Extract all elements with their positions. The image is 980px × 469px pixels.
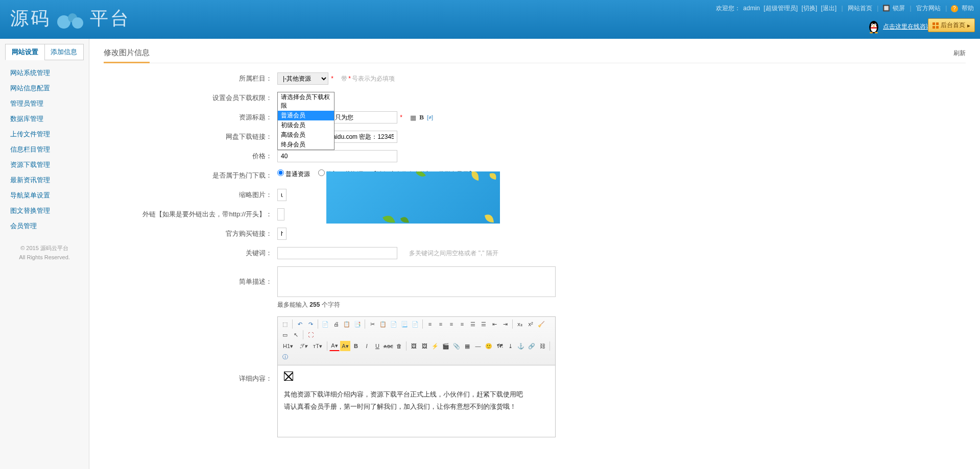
sub-icon[interactable]: x₂ bbox=[515, 319, 525, 329]
source-icon[interactable]: ⬚ bbox=[280, 319, 290, 329]
emoji-icon[interactable]: 🙂 bbox=[484, 341, 494, 351]
italic-icon[interactable]: I bbox=[362, 341, 372, 351]
neq-icon[interactable]: [≠] bbox=[427, 114, 433, 120]
site-home-link[interactable]: 网站首页 bbox=[848, 5, 872, 12]
copy-icon[interactable]: 📋 bbox=[378, 319, 388, 329]
tab-site-settings[interactable]: 网站设置 bbox=[5, 44, 44, 60]
about-icon[interactable]: ⓘ bbox=[280, 352, 290, 362]
code-icon[interactable]: 📑 bbox=[352, 319, 363, 329]
indent-icon[interactable]: ⇤ bbox=[489, 319, 499, 329]
menu-item[interactable]: 信息栏目管理 bbox=[10, 142, 79, 157]
menu-item[interactable]: 导航菜单设置 bbox=[10, 188, 79, 203]
paste-icon[interactable]: 📄 bbox=[389, 319, 399, 329]
category-select[interactable]: |-其他资源 bbox=[277, 72, 328, 85]
desc-textarea[interactable] bbox=[277, 266, 556, 297]
font-size-select[interactable]: тT▾ bbox=[310, 341, 325, 351]
select-icon[interactable]: ▭ bbox=[280, 330, 290, 340]
lock-icon: 🔲 bbox=[882, 5, 890, 12]
font-color-icon[interactable]: A▾ bbox=[329, 341, 340, 351]
clear-icon[interactable]: 🧹 bbox=[536, 319, 546, 329]
page-break-icon[interactable]: ⤓ bbox=[505, 341, 515, 351]
undo-icon[interactable]: ↶ bbox=[295, 319, 305, 329]
menu-item[interactable]: 网站系统管理 bbox=[10, 65, 79, 81]
align-left-icon[interactable]: ≡ bbox=[425, 319, 435, 329]
price-input[interactable] bbox=[277, 150, 397, 162]
hot-normal-radio[interactable]: 普通资源 bbox=[277, 170, 310, 178]
menu-item[interactable]: 会员管理 bbox=[10, 218, 79, 234]
cursor-icon[interactable]: ↖ bbox=[291, 330, 301, 340]
table-icon[interactable]: ▦ bbox=[462, 341, 472, 351]
list-ul-icon[interactable]: ☰ bbox=[479, 319, 489, 329]
preview-icon[interactable]: 📄 bbox=[320, 319, 330, 329]
list-ol-icon[interactable]: ☰ bbox=[468, 319, 478, 329]
price-label: 价格： bbox=[104, 150, 277, 162]
perm-option[interactable]: 高级会员 bbox=[278, 130, 334, 140]
align-center-icon[interactable]: ≡ bbox=[436, 319, 446, 329]
underline-icon[interactable]: U bbox=[372, 341, 383, 351]
lock-link[interactable]: 锁屏 bbox=[893, 5, 905, 12]
rich-text-editor: ⬚ ↶ ↷ 📄 🖨 📋 📑 ✂ 📋 📄 bbox=[277, 316, 556, 437]
menu-item[interactable]: 网站信息配置 bbox=[10, 81, 79, 96]
bold-icon[interactable]: B bbox=[419, 113, 424, 121]
bg-color-icon[interactable]: A▾ bbox=[340, 341, 350, 351]
cut-icon[interactable]: ✂ bbox=[367, 319, 377, 329]
app-header: 源码 平台 欢迎您： admin [超级管理员] [切换] [退出] | 网站首… bbox=[0, 0, 980, 39]
switch-link[interactable]: [切换] bbox=[801, 5, 817, 12]
image-icon[interactable]: 🖼 bbox=[409, 341, 419, 351]
print-icon[interactable]: 🖨 bbox=[331, 319, 341, 329]
outer-input[interactable] bbox=[277, 208, 284, 220]
unlink-icon[interactable]: ⛓ bbox=[537, 341, 547, 351]
menu-item[interactable]: 最新资讯管理 bbox=[10, 172, 79, 188]
menu-item[interactable]: 管理员管理 bbox=[10, 96, 79, 111]
perm-select-open[interactable]: 请选择会员下载权限 普通会员 初级会员 高级会员 终身会员 bbox=[277, 92, 334, 150]
strike-icon[interactable]: ᴀʙᴄ bbox=[383, 341, 393, 351]
thumb-input[interactable] bbox=[277, 189, 286, 201]
align-justify-icon[interactable]: ≡ bbox=[457, 319, 467, 329]
map-icon[interactable]: 🗺 bbox=[494, 341, 505, 351]
menu-item[interactable]: 数据库管理 bbox=[10, 111, 79, 127]
font-family-select[interactable]: ℱ▾ bbox=[297, 341, 310, 351]
align-right-icon[interactable]: ≡ bbox=[446, 319, 457, 329]
bold-icon[interactable]: B bbox=[351, 341, 361, 351]
heading-select[interactable]: H1▾ bbox=[280, 341, 296, 351]
template-icon[interactable]: 📋 bbox=[342, 319, 352, 329]
menu-item[interactable]: 图文替换管理 bbox=[10, 203, 79, 218]
help-link[interactable]: 帮助 bbox=[962, 5, 974, 12]
menu-item[interactable]: 上传文件管理 bbox=[10, 127, 79, 142]
penguin-icon bbox=[868, 19, 880, 34]
redo-icon[interactable]: ↷ bbox=[305, 319, 316, 329]
editor-content[interactable]: 其他资源下载详细介绍内容，资源下载平台正式上线，小伙伴们，赶紧下载使用吧 请认真… bbox=[278, 365, 555, 437]
media-icon[interactable]: 🎬 bbox=[441, 341, 451, 351]
username-link[interactable]: admin bbox=[743, 5, 760, 12]
flash-icon[interactable]: ⚡ bbox=[430, 341, 440, 351]
file-icon[interactable]: 📎 bbox=[451, 341, 462, 351]
multi-image-icon[interactable]: 🖼 bbox=[419, 341, 429, 351]
logout-link[interactable]: [退出] bbox=[821, 5, 836, 12]
keyword-label: 关键词： bbox=[104, 247, 277, 259]
perm-option-highlighted[interactable]: 普通会员 bbox=[278, 111, 334, 120]
hr-icon[interactable]: — bbox=[473, 341, 483, 351]
help-icon: ? bbox=[951, 5, 958, 12]
tab-add-info[interactable]: 添加信息 bbox=[44, 44, 84, 60]
back-home-button[interactable]: 后台首页 ▸ bbox=[928, 18, 975, 32]
buy-input[interactable] bbox=[277, 228, 286, 240]
official-link[interactable]: 官方网站 bbox=[916, 5, 941, 12]
refresh-link[interactable]: 刷新 bbox=[953, 49, 966, 58]
paste-word-icon[interactable]: 📄 bbox=[410, 319, 420, 329]
outdent-icon[interactable]: ⇥ bbox=[500, 319, 510, 329]
palette-icon[interactable]: ▦ bbox=[410, 114, 416, 121]
role-link[interactable]: [超级管理员] bbox=[763, 5, 798, 12]
sup-icon[interactable]: x² bbox=[525, 319, 536, 329]
perm-option[interactable]: 请选择会员下载权限 bbox=[278, 92, 334, 111]
paste-text-icon[interactable]: 📃 bbox=[399, 319, 410, 329]
anchor-icon[interactable]: ⚓ bbox=[516, 341, 526, 351]
link-icon[interactable]: 🔗 bbox=[527, 341, 537, 351]
keyword-input[interactable] bbox=[277, 247, 397, 259]
remove-format-icon[interactable]: 🗑 bbox=[394, 341, 404, 351]
perm-option[interactable]: 终身会员 bbox=[278, 140, 334, 150]
top-links: 欢迎您： admin [超级管理员] [切换] [退出] | 网站首页 | 🔲 … bbox=[716, 4, 975, 13]
sidebar-menu: 网站系统管理 网站信息配置 管理员管理 数据库管理 上传文件管理 信息栏目管理 … bbox=[0, 65, 89, 234]
perm-option[interactable]: 初级会员 bbox=[278, 120, 334, 130]
menu-item[interactable]: 资源下载管理 bbox=[10, 157, 79, 172]
fullscreen-icon[interactable]: ⛶ bbox=[305, 330, 316, 340]
